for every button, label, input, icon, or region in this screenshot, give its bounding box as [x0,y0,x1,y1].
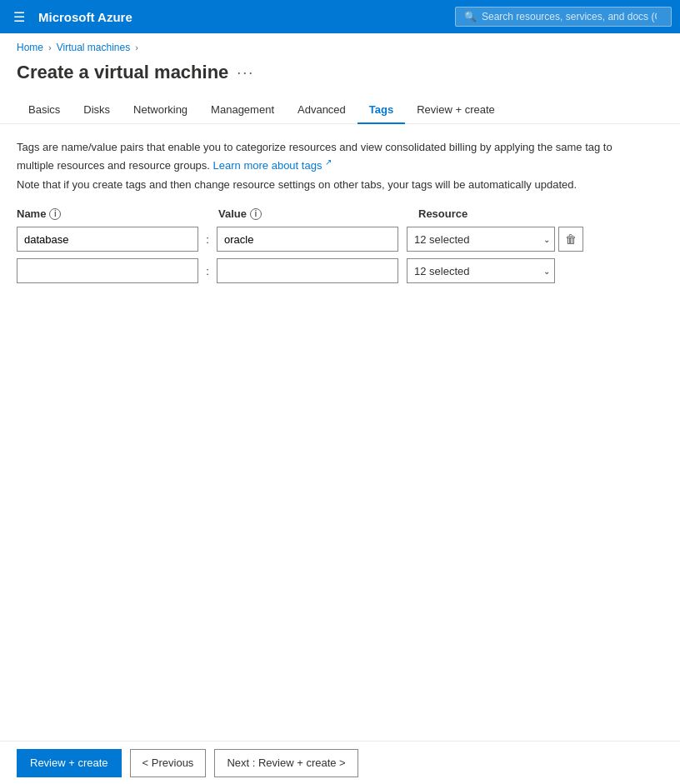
tag-name-input-2[interactable] [17,258,198,283]
search-input[interactable] [482,11,657,22]
breadcrumb-sep-2: › [135,42,138,52]
hamburger-icon[interactable]: ☰ [8,6,30,28]
tag-row-1: : 12 selected ⌄ 🗑 [17,227,663,252]
app-title: Microsoft Azure [38,10,447,24]
tab-basics[interactable]: Basics [17,97,72,124]
resource-select-1[interactable]: 12 selected [407,227,555,252]
topbar: ☰ Microsoft Azure 🔍 [0,0,680,33]
tab-management[interactable]: Management [199,97,286,124]
breadcrumb: Home › Virtual machines › [0,33,680,58]
header-name: Name i [17,207,200,220]
learn-more-link[interactable]: Learn more about tags ↗ [213,159,332,172]
search-box[interactable]: 🔍 [455,7,672,27]
tag-row-2: : 12 selected ⌄ [17,258,663,283]
page-options-button[interactable]: ··· [237,64,254,82]
tag-value-input-2[interactable] [217,258,398,283]
delete-tag-button-1[interactable]: 🗑 [558,227,583,252]
resource-dropdown-wrapper-1: 12 selected ⌄ [407,227,555,252]
tab-tags[interactable]: Tags [358,97,405,124]
resource-select-2[interactable]: 12 selected [407,258,555,283]
content-area: Tags are name/value pairs that enable yo… [0,124,680,305]
tab-networking[interactable]: Networking [122,97,199,124]
tags-table-header: Name i Value i Resource [17,207,663,220]
page-title-area: Create a virtual machine ··· [0,58,680,97]
breadcrumb-home[interactable]: Home [17,42,43,53]
value-info-icon[interactable]: i [250,208,262,220]
colon-1: : [198,233,217,246]
resource-dropdown-wrapper-2: 12 selected ⌄ [407,258,555,283]
tags-note: Note that if you create tags and then ch… [17,178,617,191]
tab-advanced[interactable]: Advanced [286,97,358,124]
page-title: Create a virtual machine [17,62,228,83]
colon-2: : [198,265,217,277]
breadcrumb-sep-1: › [48,42,52,52]
tag-value-input-1[interactable] [217,227,398,252]
name-info-icon[interactable]: i [49,208,61,220]
breadcrumb-virtual-machines[interactable]: Virtual machines [57,42,131,53]
external-link-icon: ↗ [325,157,332,167]
tag-name-input-1[interactable] [17,227,198,252]
header-value: Value i [218,207,402,220]
search-icon: 🔍 [464,11,477,22]
trash-icon: 🗑 [565,232,577,246]
tab-disks[interactable]: Disks [72,97,122,124]
tags-description: Tags are name/value pairs that enable yo… [17,139,617,173]
header-resource: Resource [418,207,585,220]
tabs-bar: Basics Disks Networking Management Advan… [0,97,680,124]
tab-review-create[interactable]: Review + create [405,97,507,124]
